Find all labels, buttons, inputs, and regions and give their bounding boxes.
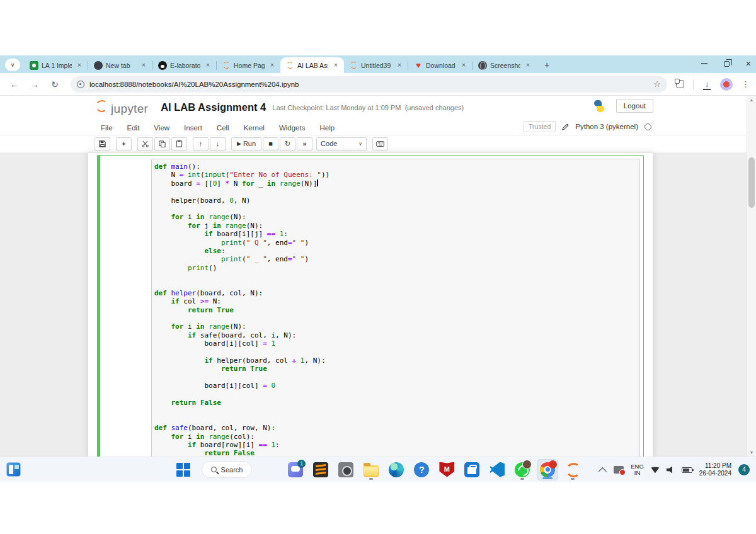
code-line[interactable]: return False: [154, 449, 637, 457]
language-indicator[interactable]: ENGIN: [631, 463, 644, 476]
menu-edit[interactable]: Edit: [127, 124, 140, 132]
cell-type-select[interactable]: Code ∨: [316, 137, 367, 151]
copy-cells-button[interactable]: [154, 137, 170, 151]
code-line[interactable]: [154, 314, 637, 322]
taskbar-task-view-button[interactable]: [260, 459, 281, 480]
forward-button[interactable]: →: [26, 76, 43, 93]
browser-tab[interactable]: New tab×: [88, 57, 152, 73]
tab-close-icon[interactable]: ×: [395, 61, 404, 70]
taskbar-vscode-button[interactable]: [486, 459, 508, 480]
code-line[interactable]: def main():: [154, 162, 637, 171]
code-line[interactable]: return True: [154, 306, 637, 314]
menu-file[interactable]: File: [101, 124, 113, 132]
notebook-title[interactable]: AI LAB Assignment 4: [161, 101, 266, 113]
browser-tab[interactable]: Screenshot (100×: [472, 57, 536, 73]
taskbar-chat-button[interactable]: 1: [285, 459, 306, 480]
taskbar-help-button[interactable]: ?: [411, 459, 432, 480]
menu-widgets[interactable]: Widgets: [279, 124, 306, 132]
code-line[interactable]: [154, 407, 637, 415]
code-line[interactable]: print(" _ ", end=" "): [154, 255, 637, 263]
tab-close-icon[interactable]: ×: [459, 61, 468, 70]
code-line[interactable]: [154, 390, 637, 399]
code-line[interactable]: print(): [154, 264, 637, 272]
taskbar-mcafee-button[interactable]: M: [436, 459, 457, 480]
move-cell-down-button[interactable]: ↓: [210, 137, 226, 151]
code-line[interactable]: [154, 280, 637, 288]
tab-close-icon[interactable]: ×: [139, 61, 148, 70]
cut-cell-button[interactable]: [137, 137, 153, 151]
restart-kernel-button[interactable]: ↻: [280, 137, 295, 151]
taskbar-widgets-button[interactable]: [6, 462, 21, 477]
menu-insert[interactable]: Insert: [184, 124, 202, 132]
code-line[interactable]: for i in range(col):: [154, 433, 637, 441]
browser-tab-active[interactable]: AI LAB Assignme×: [280, 57, 344, 73]
code-line[interactable]: [154, 373, 637, 382]
taskbar-whatsapp-button[interactable]: [512, 459, 533, 480]
interrupt-kernel-button[interactable]: ■: [263, 137, 278, 151]
code-line[interactable]: for i in range(N):: [154, 322, 637, 331]
menu-kernel[interactable]: Kernel: [244, 124, 265, 132]
save-button[interactable]: [94, 137, 110, 151]
code-cell-selected[interactable]: def main(): N = int(input("Enter No of Q…: [97, 155, 644, 457]
bookmark-star-icon[interactable]: ☆: [653, 79, 661, 89]
code-input-area[interactable]: def main(): N = int(input("Enter No of Q…: [151, 159, 640, 457]
browser-tab[interactable]: ♥Download the l×: [408, 57, 472, 73]
code-editor[interactable]: def main(): N = int(input("Enter No of Q…: [154, 162, 637, 457]
code-line[interactable]: if col >= N:: [154, 297, 637, 305]
logout-button[interactable]: Logout: [616, 99, 653, 113]
url-text[interactable]: localhost:8888/notebooks/AI%20LAB%20Assi…: [89, 81, 653, 88]
taskbar-chrome-button[interactable]: [537, 459, 558, 480]
tab-close-icon[interactable]: ×: [331, 61, 340, 70]
browser-tab[interactable]: LA 1 Implement×: [24, 57, 88, 73]
taskbar-sublime-button[interactable]: [310, 459, 331, 480]
address-bar[interactable]: localhost:8888/notebooks/AI%20LAB%20Assi…: [71, 76, 667, 93]
code-line[interactable]: print(" Q ", end=" "): [154, 239, 637, 247]
battery-icon[interactable]: [682, 467, 692, 473]
add-cell-button[interactable]: +: [116, 137, 132, 151]
back-button[interactable]: ←: [6, 76, 23, 93]
tab-search-button[interactable]: ∨: [5, 59, 20, 71]
browser-tab[interactable]: Home Page - Sel×: [217, 57, 280, 73]
taskbar-edge-button[interactable]: [386, 459, 407, 480]
scrollbar-thumb[interactable]: [748, 157, 755, 208]
tab-close-icon[interactable]: ×: [524, 61, 532, 70]
tab-close-icon[interactable]: ×: [203, 61, 212, 70]
scroll-up-icon[interactable]: ▲: [747, 98, 756, 102]
menu-help[interactable]: Help: [319, 124, 335, 132]
code-line[interactable]: board[i][col] = 0: [154, 382, 637, 390]
kernel-name[interactable]: Python 3 (pykernel): [575, 123, 638, 130]
wifi-icon[interactable]: [651, 467, 660, 474]
taskbar-explorer-button[interactable]: [360, 459, 382, 480]
reload-button[interactable]: ↻: [47, 76, 63, 93]
code-line[interactable]: for i in range(N):: [154, 213, 637, 221]
profile-avatar[interactable]: [720, 78, 733, 91]
code-line[interactable]: [154, 348, 637, 356]
code-line[interactable]: if board[row][i] == 1:: [154, 441, 637, 449]
tray-overflow-icon[interactable]: [598, 467, 607, 475]
restart-run-all-button[interactable]: »: [297, 137, 312, 151]
code-line[interactable]: [154, 416, 637, 424]
downloads-icon[interactable]: ↓: [702, 81, 711, 88]
jupyter-logo[interactable]: jupyter: [94, 99, 148, 116]
browser-menu-icon[interactable]: ⋮: [742, 79, 750, 89]
code-line[interactable]: [154, 188, 637, 196]
clock[interactable]: 11:20 PM26-04-2024: [699, 462, 731, 477]
code-line[interactable]: if board[i][j] == 1:: [154, 230, 637, 238]
code-line[interactable]: [154, 272, 637, 280]
tab-groups-icon[interactable]: [676, 80, 684, 88]
start-button[interactable]: [173, 459, 194, 480]
code-line[interactable]: else:: [154, 247, 637, 255]
notification-badge[interactable]: 4: [738, 464, 750, 475]
code-line[interactable]: board[i][col] = 1: [154, 339, 637, 348]
close-icon[interactable]: ×: [746, 60, 751, 67]
paste-cells-button[interactable]: [171, 137, 187, 151]
new-tab-button[interactable]: +: [540, 58, 554, 72]
page-scrollbar[interactable]: ▲ ▼: [747, 96, 756, 457]
code-line[interactable]: def safe(board, col, row, N):: [154, 424, 637, 432]
tray-app-icon[interactable]: [614, 466, 624, 474]
scroll-down-icon[interactable]: ▼: [747, 450, 756, 455]
code-line[interactable]: for j in range(N):: [154, 222, 637, 230]
browser-tab[interactable]: Untitled39 - Jup×: [344, 57, 408, 73]
move-cell-up-button[interactable]: ↑: [193, 137, 209, 151]
code-line[interactable]: N = int(input("Enter No of Queens: ")): [154, 171, 637, 179]
